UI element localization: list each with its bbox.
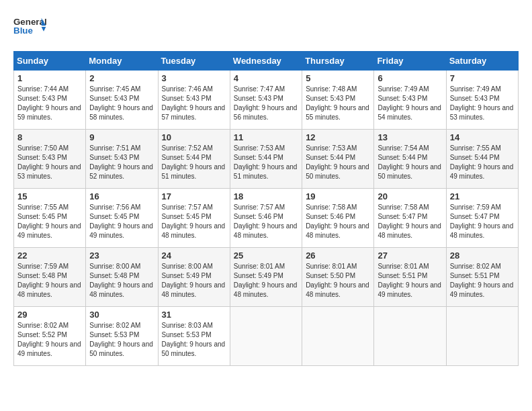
calendar-cell: 18Sunrise: 7:57 AMSunset: 5:46 PMDayligh… xyxy=(230,189,302,248)
day-info: Sunrise: 7:57 AMSunset: 5:45 PMDaylight:… xyxy=(162,203,226,240)
calendar-cell: 16Sunrise: 7:56 AMSunset: 5:45 PMDayligh… xyxy=(86,189,158,248)
calendar-cell: 14Sunrise: 7:55 AMSunset: 5:44 PMDayligh… xyxy=(446,130,518,189)
calendar-cell: 6Sunrise: 7:49 AMSunset: 5:43 PMDaylight… xyxy=(374,71,446,130)
day-info: Sunrise: 7:55 AMSunset: 5:45 PMDaylight:… xyxy=(17,203,82,240)
calendar-cell: 13Sunrise: 7:54 AMSunset: 5:44 PMDayligh… xyxy=(374,130,446,189)
day-number: 14 xyxy=(450,132,515,142)
calendar-cell: 20Sunrise: 7:58 AMSunset: 5:47 PMDayligh… xyxy=(374,189,446,248)
weekday-tuesday: Tuesday xyxy=(158,52,230,71)
day-number: 5 xyxy=(306,73,370,83)
calendar-cell: 28Sunrise: 8:02 AMSunset: 5:51 PMDayligh… xyxy=(446,248,518,307)
calendar-cell: 24Sunrise: 8:00 AMSunset: 5:49 PMDayligh… xyxy=(158,248,230,307)
day-info: Sunrise: 7:45 AMSunset: 5:43 PMDaylight:… xyxy=(89,85,154,122)
week-row-5: 29Sunrise: 8:02 AMSunset: 5:52 PMDayligh… xyxy=(14,307,519,366)
calendar-cell: 23Sunrise: 8:00 AMSunset: 5:48 PMDayligh… xyxy=(86,248,158,307)
day-number: 4 xyxy=(234,73,298,83)
day-number: 12 xyxy=(306,132,370,142)
day-number: 21 xyxy=(450,191,515,201)
weekday-wednesday: Wednesday xyxy=(230,52,302,71)
day-info: Sunrise: 7:58 AMSunset: 5:46 PMDaylight:… xyxy=(306,203,370,240)
day-info: Sunrise: 7:53 AMSunset: 5:44 PMDaylight:… xyxy=(234,144,298,181)
day-info: Sunrise: 8:03 AMSunset: 5:53 PMDaylight:… xyxy=(162,321,226,359)
day-info: Sunrise: 7:56 AMSunset: 5:45 PMDaylight:… xyxy=(89,203,154,240)
day-info: Sunrise: 8:02 AMSunset: 5:52 PMDaylight:… xyxy=(17,321,82,359)
day-info: Sunrise: 8:02 AMSunset: 5:51 PMDaylight:… xyxy=(450,262,515,300)
day-info: Sunrise: 8:01 AMSunset: 5:51 PMDaylight:… xyxy=(378,262,442,300)
calendar-cell xyxy=(374,307,446,366)
day-number: 25 xyxy=(234,250,298,261)
day-info: Sunrise: 7:57 AMSunset: 5:46 PMDaylight:… xyxy=(234,203,298,240)
day-info: Sunrise: 7:54 AMSunset: 5:44 PMDaylight:… xyxy=(378,144,442,181)
weekday-header-row: SundayMondayTuesdayWednesdayThursdayFrid… xyxy=(14,52,519,71)
day-info: Sunrise: 8:00 AMSunset: 5:48 PMDaylight:… xyxy=(89,262,154,300)
day-number: 3 xyxy=(162,73,226,83)
day-number: 28 xyxy=(450,250,515,261)
calendar-cell: 27Sunrise: 8:01 AMSunset: 5:51 PMDayligh… xyxy=(374,248,446,307)
day-info: Sunrise: 7:46 AMSunset: 5:43 PMDaylight:… xyxy=(162,85,226,122)
calendar-cell: 17Sunrise: 7:57 AMSunset: 5:45 PMDayligh… xyxy=(158,189,230,248)
day-info: Sunrise: 8:01 AMSunset: 5:50 PMDaylight:… xyxy=(306,262,370,300)
day-info: Sunrise: 8:01 AMSunset: 5:49 PMDaylight:… xyxy=(234,262,298,300)
day-info: Sunrise: 8:02 AMSunset: 5:53 PMDaylight:… xyxy=(89,321,154,359)
day-info: Sunrise: 7:59 AMSunset: 5:47 PMDaylight:… xyxy=(450,203,515,240)
day-number: 6 xyxy=(378,73,442,83)
day-number: 29 xyxy=(17,310,82,320)
week-row-1: 1Sunrise: 7:44 AMSunset: 5:43 PMDaylight… xyxy=(14,71,519,130)
svg-marker-3 xyxy=(42,27,46,32)
day-number: 19 xyxy=(306,191,370,201)
weekday-sunday: Sunday xyxy=(14,52,86,71)
calendar-cell: 25Sunrise: 8:01 AMSunset: 5:49 PMDayligh… xyxy=(230,248,302,307)
calendar-cell xyxy=(302,307,374,366)
day-number: 8 xyxy=(17,132,82,142)
day-info: Sunrise: 7:47 AMSunset: 5:43 PMDaylight:… xyxy=(234,85,298,122)
calendar-cell: 21Sunrise: 7:59 AMSunset: 5:47 PMDayligh… xyxy=(446,189,518,248)
calendar-cell: 1Sunrise: 7:44 AMSunset: 5:43 PMDaylight… xyxy=(14,71,86,130)
calendar-cell: 8Sunrise: 7:50 AMSunset: 5:43 PMDaylight… xyxy=(14,130,86,189)
day-info: Sunrise: 7:48 AMSunset: 5:43 PMDaylight:… xyxy=(306,85,370,122)
day-info: Sunrise: 7:58 AMSunset: 5:47 PMDaylight:… xyxy=(378,203,442,240)
day-number: 7 xyxy=(450,73,515,83)
day-info: Sunrise: 7:50 AMSunset: 5:43 PMDaylight:… xyxy=(17,144,82,181)
day-number: 2 xyxy=(89,73,154,83)
day-info: Sunrise: 8:00 AMSunset: 5:49 PMDaylight:… xyxy=(162,262,226,300)
week-row-2: 8Sunrise: 7:50 AMSunset: 5:43 PMDaylight… xyxy=(14,130,519,189)
calendar-cell: 7Sunrise: 7:49 AMSunset: 5:43 PMDaylight… xyxy=(446,71,518,130)
day-info: Sunrise: 7:55 AMSunset: 5:44 PMDaylight:… xyxy=(450,144,515,181)
weekday-friday: Friday xyxy=(374,52,446,71)
calendar-cell: 15Sunrise: 7:55 AMSunset: 5:45 PMDayligh… xyxy=(14,189,86,248)
logo-icon: General Blue xyxy=(13,13,47,40)
svg-text:Blue: Blue xyxy=(13,26,33,36)
calendar-cell xyxy=(446,307,518,366)
day-info: Sunrise: 7:51 AMSunset: 5:43 PMDaylight:… xyxy=(89,144,154,181)
calendar-cell: 22Sunrise: 7:59 AMSunset: 5:48 PMDayligh… xyxy=(14,248,86,307)
calendar-cell: 4Sunrise: 7:47 AMSunset: 5:43 PMDaylight… xyxy=(230,71,302,130)
weekday-monday: Monday xyxy=(86,52,158,71)
day-number: 24 xyxy=(162,250,226,261)
day-number: 17 xyxy=(162,191,226,201)
day-number: 10 xyxy=(162,132,226,142)
day-number: 23 xyxy=(89,250,154,261)
day-info: Sunrise: 7:59 AMSunset: 5:48 PMDaylight:… xyxy=(17,262,82,300)
calendar-cell: 11Sunrise: 7:53 AMSunset: 5:44 PMDayligh… xyxy=(230,130,302,189)
page-header: General Blue xyxy=(13,13,519,40)
day-number: 26 xyxy=(306,250,370,261)
day-number: 13 xyxy=(378,132,442,142)
logo: General Blue xyxy=(13,13,47,40)
day-number: 1 xyxy=(17,73,82,83)
day-number: 18 xyxy=(234,191,298,201)
calendar-cell: 26Sunrise: 8:01 AMSunset: 5:50 PMDayligh… xyxy=(302,248,374,307)
day-info: Sunrise: 7:49 AMSunset: 5:43 PMDaylight:… xyxy=(378,85,442,122)
day-number: 15 xyxy=(17,191,82,201)
day-info: Sunrise: 7:49 AMSunset: 5:43 PMDaylight:… xyxy=(450,85,515,122)
week-row-3: 15Sunrise: 7:55 AMSunset: 5:45 PMDayligh… xyxy=(14,189,519,248)
calendar-cell: 31Sunrise: 8:03 AMSunset: 5:53 PMDayligh… xyxy=(158,307,230,366)
day-info: Sunrise: 7:53 AMSunset: 5:44 PMDaylight:… xyxy=(306,144,370,181)
day-number: 11 xyxy=(234,132,298,142)
calendar-cell: 30Sunrise: 8:02 AMSunset: 5:53 PMDayligh… xyxy=(86,307,158,366)
calendar-cell: 29Sunrise: 8:02 AMSunset: 5:52 PMDayligh… xyxy=(14,307,86,366)
day-number: 16 xyxy=(89,191,154,201)
weekday-thursday: Thursday xyxy=(302,52,374,71)
day-number: 20 xyxy=(378,191,442,201)
calendar-cell: 5Sunrise: 7:48 AMSunset: 5:43 PMDaylight… xyxy=(302,71,374,130)
day-number: 31 xyxy=(162,310,226,320)
